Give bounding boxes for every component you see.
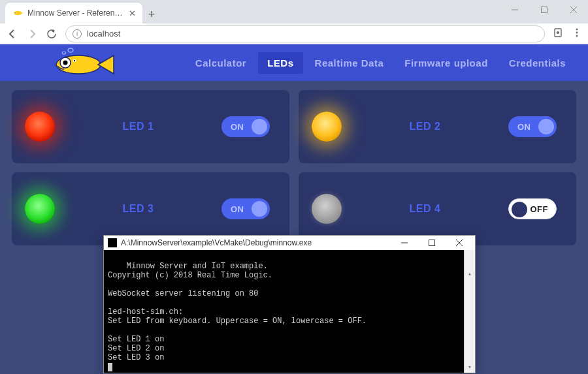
nav-link-credentials[interactable]: Credentials <box>500 52 575 74</box>
led-toggle-4[interactable]: OFF <box>508 198 557 219</box>
app-logo-icon <box>46 46 131 79</box>
toggle-knob-icon <box>252 119 267 134</box>
led-bulb-icon <box>25 194 55 224</box>
window-controls <box>500 0 588 20</box>
console-close-button[interactable] <box>448 236 471 250</box>
nav-back-button[interactable] <box>7 28 18 40</box>
svg-point-21 <box>63 52 66 54</box>
led-card-1: LED 1ON <box>12 90 289 163</box>
led-grid: LED 1ONLED 2ONLED 3ONLED 4OFF <box>0 81 588 255</box>
window-close-button[interactable] <box>559 0 588 20</box>
new-tab-button[interactable]: + <box>142 5 161 23</box>
site-info-icon[interactable]: i <box>73 29 82 39</box>
svg-marker-7 <box>21 12 22 15</box>
menu-icon[interactable] <box>572 28 581 40</box>
window-minimize-button[interactable] <box>500 0 529 20</box>
tab-title: Minnow Server - Reference Platf <box>27 8 123 18</box>
led-card-2: LED 2ON <box>299 90 576 163</box>
led-label: LED 4 <box>410 203 441 215</box>
console-window[interactable]: A:\MinnowServer\example\VcMake\Debug\min… <box>103 235 476 373</box>
console-scrollbar[interactable]: ▴ ▾ <box>464 250 475 373</box>
svg-point-12 <box>576 31 578 33</box>
address-bar: i localhost <box>0 23 588 44</box>
led-bulb-icon <box>25 112 55 142</box>
led-bulb-icon <box>312 112 342 142</box>
svg-marker-15 <box>98 55 114 74</box>
toggle-knob-icon <box>252 201 267 217</box>
window-maximize-button[interactable] <box>529 0 559 20</box>
svg-point-13 <box>576 35 578 37</box>
nav-reload-button[interactable] <box>46 28 57 40</box>
console-output: Minnow Server and IoT example. Copyright… <box>104 250 475 373</box>
led-label: LED 2 <box>410 121 441 132</box>
nav-link-leds[interactable]: LEDs <box>258 52 302 74</box>
toggle-label: ON <box>231 204 244 214</box>
svg-point-17 <box>63 61 68 65</box>
toggle-label: OFF <box>531 204 549 214</box>
url-input[interactable]: i localhost <box>65 25 545 42</box>
console-titlebar[interactable]: A:\MinnowServer\example\VcMake\Debug\min… <box>104 236 475 250</box>
console-app-icon <box>108 238 117 247</box>
svg-rect-1 <box>541 7 547 13</box>
console-cursor-icon <box>108 363 112 371</box>
url-text: localhost <box>87 29 120 39</box>
toggle-label: ON <box>231 122 244 132</box>
console-minimize-button[interactable] <box>393 236 416 250</box>
nav-forward-button[interactable] <box>26 28 38 40</box>
svg-point-19 <box>74 60 75 61</box>
led-label: LED 3 <box>123 203 154 215</box>
tab-favicon-icon <box>12 8 22 18</box>
tab-close-icon[interactable]: ✕ <box>129 8 136 18</box>
profile-icon[interactable] <box>553 27 563 40</box>
app-navbar: CalculatorLEDsRealtime DataFirmware uplo… <box>0 44 588 81</box>
toggle-knob-icon <box>512 202 527 217</box>
console-title-text: A:\MinnowServer\example\VcMake\Debug\min… <box>121 238 312 247</box>
toggle-knob-icon <box>538 119 554 134</box>
led-bulb-icon <box>312 194 342 224</box>
svg-point-10 <box>557 31 559 34</box>
led-toggle-1[interactable]: ON <box>221 116 270 137</box>
nav-link-firmware-upload[interactable]: Firmware upload <box>395 52 497 74</box>
led-label: LED 1 <box>123 121 154 132</box>
browser-chrome: Minnow Server - Reference Platf ✕ + i lo… <box>0 0 588 44</box>
nav-link-realtime-data[interactable]: Realtime Data <box>306 52 393 74</box>
svg-point-6 <box>15 12 16 13</box>
browser-tab[interactable]: Minnow Server - Reference Platf ✕ <box>5 3 142 23</box>
led-toggle-3[interactable]: ON <box>221 198 270 219</box>
svg-point-20 <box>68 48 73 52</box>
svg-point-11 <box>576 28 578 30</box>
nav-links: CalculatorLEDsRealtime DataFirmware uplo… <box>186 52 575 74</box>
toggle-label: ON <box>517 122 531 132</box>
scroll-down-icon[interactable]: ▾ <box>465 362 475 373</box>
console-maximize-button[interactable] <box>420 236 444 250</box>
led-toggle-2[interactable]: ON <box>508 116 557 137</box>
svg-rect-23 <box>429 240 435 246</box>
nav-link-calculator[interactable]: Calculator <box>186 52 255 74</box>
